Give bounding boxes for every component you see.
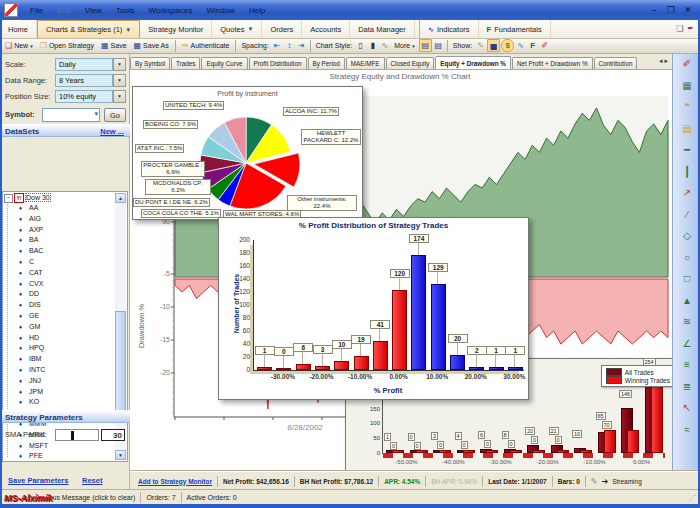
show-dollars-icon[interactable]: $ bbox=[501, 39, 514, 52]
candle-filled-icon[interactable]: ▮ bbox=[367, 40, 378, 51]
new-button[interactable]: ❏ New▾ bbox=[2, 40, 36, 52]
trend-points-icon[interactable]: ↗ bbox=[673, 187, 700, 198]
position-size-select[interactable]: 10% equity bbox=[55, 90, 113, 103]
ribbon-tab-accounts[interactable]: Accounts bbox=[302, 20, 350, 38]
sma-period-slider[interactable] bbox=[55, 429, 99, 441]
scrollbar-thumb[interactable] bbox=[115, 311, 126, 411]
add-to-strategy-monitor-link[interactable]: Add to Strategy Monitor bbox=[136, 478, 214, 485]
horizontal-line-icon[interactable]: ━ bbox=[673, 144, 700, 155]
save-as-button[interactable]: ▦ Save As bbox=[131, 40, 172, 52]
authenticate-button[interactable]: ✑ Authenticate bbox=[179, 40, 233, 52]
more-button[interactable]: More▾ bbox=[391, 41, 417, 50]
fib-fan-icon[interactable]: ∠ bbox=[673, 338, 700, 349]
ribbon-tab-charts-strategies-1[interactable]: Charts & Strategies (1)▼ bbox=[37, 20, 140, 38]
ribbon-tab-quotes[interactable]: Quotes▼ bbox=[212, 20, 262, 38]
tree-item-c[interactable]: ♦C bbox=[3, 257, 127, 268]
panel-list-alt-icon[interactable]: ▤ bbox=[433, 40, 444, 51]
tree-item-hpq[interactable]: ♦HPQ bbox=[3, 343, 127, 354]
ribbon-tab-indicators[interactable]: ∿Indicators bbox=[419, 20, 479, 38]
panel-list-icon[interactable]: ▤ bbox=[419, 39, 432, 52]
tree-item-aa[interactable]: ♦AA bbox=[3, 203, 127, 214]
resize-grip-icon[interactable]: ⋰ bbox=[689, 494, 696, 502]
vertical-line-icon[interactable]: ┃ bbox=[673, 166, 700, 177]
ribbon-tab-orders[interactable]: Orders bbox=[262, 20, 302, 38]
collapse-icon[interactable]: − bbox=[4, 194, 13, 203]
show-drawings-icon[interactable]: ✎ bbox=[475, 40, 486, 51]
profit-by-instrument-window[interactable]: Profit by instrument UNITED TECH: 9.4%AL… bbox=[132, 86, 363, 220]
data-range-dropdown-icon[interactable]: ▼ bbox=[113, 74, 126, 87]
tree-item-jnj[interactable]: ♦JNJ bbox=[3, 376, 127, 387]
window-layout-icon[interactable]: ❑ bbox=[676, 24, 683, 34]
datasets-new-link[interactable]: New ... bbox=[100, 125, 124, 138]
spacing-reset-icon[interactable]: ↕ bbox=[284, 40, 295, 51]
tree-item-cat[interactable]: ♦CAT bbox=[3, 268, 127, 279]
tree-item-pfe[interactable]: ♦PFE bbox=[3, 451, 127, 462]
show-volume-icon[interactable]: ▅ bbox=[487, 39, 500, 52]
minimize-button[interactable]: ‒ bbox=[647, 4, 661, 17]
ribbon-tab-data-manager[interactable]: Data Manager bbox=[350, 20, 415, 38]
tree-item-msft[interactable]: ♦MSFT bbox=[3, 441, 127, 452]
candle-hollow-icon[interactable]: ▯ bbox=[355, 40, 366, 51]
ribbon-tab-fundamentals[interactable]: FFundamentals bbox=[479, 20, 551, 38]
fib-lines-icon[interactable]: ≡ bbox=[673, 359, 700, 370]
scroll-up-icon[interactable]: ▲ bbox=[115, 193, 126, 203]
diamond-icon[interactable]: ◇ bbox=[673, 230, 700, 241]
profit-distribution-window[interactable]: % Profit Distribution of Strategy Trades… bbox=[218, 217, 529, 400]
tree-item-ge[interactable]: ♦GE bbox=[3, 311, 127, 322]
ribbon-tab-strategy-monitor[interactable]: Strategy Monitor bbox=[140, 20, 212, 38]
tree-item-ba[interactable]: ♦BA bbox=[3, 235, 127, 246]
pencil-icon[interactable]: ✎ bbox=[589, 477, 600, 486]
menu-window[interactable]: Window bbox=[199, 4, 241, 17]
tree-item-gm[interactable]: ♦GM bbox=[3, 322, 127, 333]
fib-arcs-icon[interactable]: ≋ bbox=[673, 316, 700, 327]
menu-help[interactable]: Help bbox=[242, 4, 272, 17]
position-size-dropdown-icon[interactable]: ▼ bbox=[113, 90, 126, 103]
callout-icon[interactable]: ❝ bbox=[673, 101, 700, 112]
open-strategy-button[interactable]: ❒ Open Strategy bbox=[37, 40, 97, 52]
menu-workspaces[interactable]: Workspaces bbox=[142, 4, 200, 17]
symbol-input[interactable]: ▾ bbox=[42, 108, 100, 122]
ellipse-icon[interactable]: ○ bbox=[673, 252, 700, 263]
tree-item-hd[interactable]: ♦HD bbox=[3, 333, 127, 344]
save-parameters-link[interactable]: Save Parameters bbox=[8, 476, 68, 485]
close-button[interactable]: ✕ bbox=[681, 4, 695, 17]
scroll-down-icon[interactable]: ▼ bbox=[115, 450, 126, 460]
scale-select[interactable]: Daily bbox=[55, 58, 113, 71]
menu-view[interactable]: View bbox=[78, 4, 109, 17]
reset-link[interactable]: Reset bbox=[82, 476, 102, 485]
show-eraser-icon[interactable]: ✐ bbox=[539, 40, 550, 51]
triangle-icon[interactable]: ▲ bbox=[673, 295, 700, 306]
tree-root-dow30[interactable]: − Y! Dow 30 bbox=[3, 192, 127, 203]
rectangle-icon[interactable]: □ bbox=[673, 273, 700, 284]
data-range-select[interactable]: 8 Years bbox=[55, 74, 113, 87]
tree-item-bac[interactable]: ♦BAC bbox=[3, 246, 127, 257]
eraser-icon[interactable]: ✐ bbox=[673, 58, 700, 69]
chevron-down-icon[interactable]: ▾ bbox=[94, 110, 98, 118]
arrow-icon[interactable]: ↖ bbox=[673, 402, 700, 413]
ribbon-tab-home[interactable]: Home bbox=[0, 20, 37, 38]
show-fundamentals-icon[interactable]: F bbox=[527, 40, 538, 51]
status-message[interactable]: us Message (click to clear) bbox=[53, 494, 136, 501]
tree-item-ibm[interactable]: ♦IBM bbox=[3, 354, 127, 365]
tree-item-axp[interactable]: ♦AXP bbox=[3, 225, 127, 236]
spacing-decrease-icon[interactable]: ⇤ bbox=[272, 40, 283, 51]
scale-dropdown-icon[interactable]: ▼ bbox=[113, 58, 126, 71]
tree-item-dis[interactable]: ♦DIS bbox=[3, 300, 127, 311]
waves-icon[interactable]: ≈ bbox=[673, 424, 700, 435]
show-indicator-icon[interactable]: ∿ bbox=[515, 40, 526, 51]
tree-item-intc[interactable]: ♦INTC bbox=[3, 365, 127, 376]
tree-item-aig[interactable]: ♦AIG bbox=[3, 214, 127, 225]
quill-icon[interactable]: ✒ bbox=[687, 24, 694, 34]
note-icon[interactable]: ▤ bbox=[673, 123, 700, 134]
picture-icon[interactable]: ▦ bbox=[673, 80, 700, 91]
trend-segment-icon[interactable]: ∕ bbox=[673, 209, 700, 220]
fib-grid-icon[interactable]: ≣ bbox=[673, 381, 700, 392]
menu-tools[interactable]: Tools bbox=[109, 4, 142, 17]
tree-item-jpm[interactable]: ♦JPM bbox=[3, 387, 127, 398]
tree-item-ko[interactable]: ♦KO bbox=[3, 397, 127, 408]
menu-file[interactable]: File bbox=[23, 4, 50, 17]
tree-item-dd[interactable]: ♦DD bbox=[3, 289, 127, 300]
slider-thumb[interactable] bbox=[71, 431, 74, 440]
restore-button[interactable]: ❐ bbox=[664, 4, 678, 17]
line-style-icon[interactable]: ∿ bbox=[379, 40, 390, 51]
